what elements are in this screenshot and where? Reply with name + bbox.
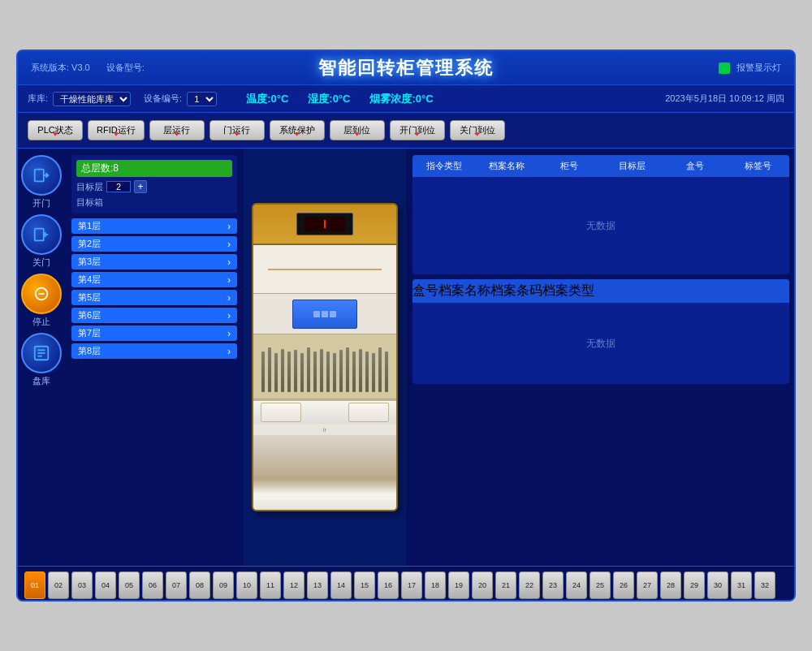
device-id-select[interactable]: 干燥性能库库 xyxy=(53,92,131,106)
close-door-button[interactable] xyxy=(21,214,62,255)
total-layers: 总层数:8 xyxy=(76,160,232,177)
tray-slot-17[interactable]: 17 xyxy=(401,571,422,599)
tray-slot-03[interactable]: 03 xyxy=(71,571,93,599)
data-table-2-body: 无数据 xyxy=(412,303,789,384)
col-cmd-type: 指令类型 xyxy=(412,158,475,174)
col2-file-code: 档案条码 xyxy=(490,282,542,300)
stop-button[interactable] xyxy=(21,274,62,314)
open-door-button[interactable] xyxy=(21,155,62,196)
header: 系统版本: V3.0 设备型号: 智能回转柜管理系统 报警显示灯 xyxy=(18,51,794,85)
tray-slot-25[interactable]: 25 xyxy=(590,571,611,599)
humidity-value: 湿度:0°C xyxy=(308,93,350,105)
data-table-1: 指令类型 档案名称 柜号 目标层 盒号 标签号 无数据 xyxy=(412,155,789,274)
status-door-open[interactable]: 开门到位♥ xyxy=(390,120,445,140)
tray-slot-02[interactable]: 02 xyxy=(48,571,69,599)
temp-value: 温度:0°C xyxy=(246,93,288,105)
layer-item-6[interactable]: 第6层› xyxy=(71,308,237,323)
tray-slot-07[interactable]: 07 xyxy=(166,571,187,599)
close-door-label: 关门 xyxy=(32,257,50,269)
status-door[interactable]: 门运行♥ xyxy=(209,120,265,140)
tray-slot-32[interactable]: 32 xyxy=(754,571,775,599)
cab-display-inner: I xyxy=(304,217,345,231)
layer-item-8[interactable]: 第8层› xyxy=(71,343,237,359)
sub-header: 库库: 干燥性能库库 设备编号: 1 温度:0°C 湿度:0°C 烟雾浓度:0°… xyxy=(18,85,794,113)
tray-slot-26[interactable]: 26 xyxy=(613,571,634,599)
middle-area: 总层数:8 目标层 + 目标箱 第1层› 第2层› xyxy=(65,149,796,566)
layer-item-5[interactable]: 第5层› xyxy=(71,290,237,305)
tray-slot-29[interactable]: 29 xyxy=(684,571,705,599)
tray-slot-11[interactable]: 11 xyxy=(260,571,281,599)
tray-slot-08[interactable]: 08 xyxy=(189,571,210,599)
status-door-close[interactable]: 关门到位♥ xyxy=(450,120,505,140)
layer-list: 第1层› 第2层› 第3层› 第4层› 第5层› 第6层› xyxy=(71,218,237,359)
cabinet-3d: I xyxy=(252,203,398,511)
col2-box-num: 盒号 xyxy=(412,282,438,300)
tray-slot-18[interactable]: 18 xyxy=(425,571,446,599)
tray-slot-27[interactable]: 27 xyxy=(637,571,658,599)
bottom-tray: 01 02 03 04 05 06 07 08 09 10 11 12 13 1… xyxy=(18,566,794,601)
main-container: 系统版本: V3.0 设备型号: 智能回转柜管理系统 报警显示灯 库库: 干燥性… xyxy=(16,50,796,601)
tray-slot-04[interactable]: 04 xyxy=(95,571,116,599)
tray-slot-06[interactable]: 06 xyxy=(142,571,163,599)
layer-item-2[interactable]: 第2层› xyxy=(71,236,237,252)
svg-rect-0 xyxy=(35,170,44,182)
data-table-1-header: 指令类型 档案名称 柜号 目标层 盒号 标签号 xyxy=(412,155,789,177)
inventory-button[interactable] xyxy=(21,333,62,373)
layer-item-4[interactable]: 第4层› xyxy=(71,272,237,287)
cab-left-door xyxy=(261,403,301,422)
cabinet-num-item: 设备编号: 1 xyxy=(144,92,217,106)
cab-label-area: Ir xyxy=(253,424,396,435)
tray-slot-09[interactable]: 09 xyxy=(213,571,234,599)
tray-slot-22[interactable]: 22 xyxy=(519,571,540,599)
layer-item-7[interactable]: 第7层› xyxy=(71,326,237,341)
layer-item-3[interactable]: 第3层› xyxy=(71,254,237,269)
header-left: 系统版本: V3.0 设备型号: xyxy=(31,62,145,74)
tray-slot-28[interactable]: 28 xyxy=(660,571,681,599)
layer-plus-btn[interactable]: + xyxy=(134,180,147,193)
humidity-display: 湿度:0°C xyxy=(308,91,350,106)
tray-slot-19[interactable]: 19 xyxy=(448,571,469,599)
close-door-group: 关门 xyxy=(21,214,62,269)
smoke-value: 烟雾浓度:0°C xyxy=(369,93,433,105)
layer-item-1[interactable]: 第1层› xyxy=(71,218,237,234)
tray-slot-05[interactable]: 05 xyxy=(119,571,140,599)
status-plc[interactable]: PLC状态♥ xyxy=(28,120,83,140)
tray-slot-10[interactable]: 10 xyxy=(236,571,257,599)
status-layer-arrived[interactable]: 层到位♥ xyxy=(330,120,385,140)
tray-slot-01[interactable]: 01 xyxy=(24,571,45,599)
sensor-group: 温度:0°C 湿度:0°C 烟雾浓度:0°C xyxy=(246,91,434,106)
temp-display: 温度:0°C xyxy=(246,91,288,106)
tray-slot-31[interactable]: 31 xyxy=(731,571,752,599)
col2-file-name: 档案名称 xyxy=(438,282,490,300)
target-layer-input[interactable] xyxy=(106,181,131,192)
cabinet-num-select[interactable]: 1 xyxy=(187,92,217,106)
col-cabinet-num: 柜号 xyxy=(538,158,601,174)
cab-shelf-1 xyxy=(253,245,396,294)
status-layer[interactable]: 层运行♥ xyxy=(149,120,205,140)
app-title: 智能回转柜管理系统 xyxy=(318,56,494,80)
data-table-2: 盒号 档案名称 档案条码 档案类型 无数据 xyxy=(412,279,789,384)
tray-slot-30[interactable]: 30 xyxy=(707,571,728,599)
tray-slot-20[interactable]: 20 xyxy=(472,571,493,599)
tray-slot-13[interactable]: 13 xyxy=(307,571,328,599)
open-door-group: 开门 xyxy=(21,155,62,209)
alert-label: 报警显示灯 xyxy=(736,62,781,74)
tray-slot-12[interactable]: 12 xyxy=(283,571,304,599)
tray-slot-21[interactable]: 21 xyxy=(495,571,516,599)
tray-slot-15[interactable]: 15 xyxy=(354,571,375,599)
cab-right-door xyxy=(348,403,389,422)
smoke-display: 烟雾浓度:0°C xyxy=(369,91,433,106)
status-protect[interactable]: 系统保护♥ xyxy=(270,120,325,140)
version-label: 系统版本: V3.0 xyxy=(31,62,90,74)
status-rfid[interactable]: RFID运行♥ xyxy=(88,120,145,140)
col-file-name: 档案名称 xyxy=(475,158,538,174)
tray-slot-24[interactable]: 24 xyxy=(566,571,587,599)
tray-slot-23[interactable]: 23 xyxy=(542,571,564,599)
tray-slot-14[interactable]: 14 xyxy=(330,571,352,599)
device-id-item: 库库: 干燥性能库库 xyxy=(28,92,131,106)
device-type-label: 设备型号: xyxy=(106,62,145,74)
tray-slot-16[interactable]: 16 xyxy=(378,571,399,599)
target-box-row: 目标箱 xyxy=(76,196,232,209)
col-target-layer: 目标层 xyxy=(601,158,663,174)
table1-empty: 无数据 xyxy=(586,219,615,233)
